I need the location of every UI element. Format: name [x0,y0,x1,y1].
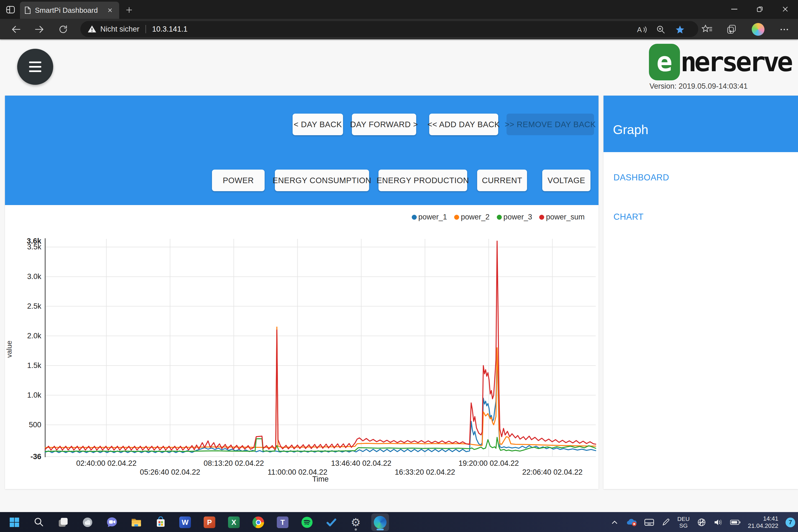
new-tab-button[interactable] [124,5,135,15]
svg-text:19:20:00 02.04.22: 19:20:00 02.04.22 [459,459,519,468]
file-explorer-button[interactable] [128,513,145,531]
todo-button[interactable] [323,513,340,531]
ellipsis-icon [781,29,788,30]
task-view-button[interactable] [54,513,72,531]
hamburger-icon [29,61,41,63]
edge-button[interactable] [371,513,389,531]
touch-keyboard-icon[interactable] [644,518,654,527]
file-explorer-icon [131,516,142,528]
address-divider [146,25,146,33]
current-button[interactable]: CURRENT [477,170,527,191]
widgets-icon [82,516,93,528]
enerserve-logo: e nerserve [649,44,791,80]
browser-tab[interactable]: SmartPi Dashboard [20,2,119,19]
word-button[interactable]: W [176,513,194,531]
onedrive-error-icon[interactable] [625,518,637,527]
taskbar-items: W P X T ⚙ [5,512,396,532]
tray-chevron-icon[interactable] [611,519,618,525]
tab-close-icon[interactable] [105,5,115,15]
power-chart[interactable]: 3.6k3.5k3.0k2.5k2.0k1.5k1.0k500-3602:40:… [5,205,598,489]
notification-badge[interactable]: 7 [785,518,795,527]
microsoft-store-button[interactable] [152,513,170,531]
svg-text:value: value [5,341,13,358]
keyboard-language[interactable]: DEU SG [678,516,690,529]
legend-item-power-2[interactable]: power_2 [454,213,490,222]
legend-item-power-3[interactable]: power_3 [497,213,532,222]
search-button[interactable] [30,513,48,531]
svg-text:2.0k: 2.0k [27,332,41,340]
excel-button[interactable]: X [225,513,243,531]
chat-button[interactable] [103,513,121,531]
tab-workspaces-button[interactable] [4,4,17,15]
menu-button[interactable] [17,49,53,85]
powerpoint-button[interactable]: P [201,513,218,531]
day-back-button[interactable]: < DAY BACK [292,114,343,135]
spotify-icon [301,516,313,528]
collections-icon[interactable] [725,23,738,36]
workspaces-icon [6,6,15,14]
zoom-icon[interactable] [655,25,667,34]
power-button[interactable]: POWER [212,170,265,191]
excel-icon: X [228,516,240,528]
browser-toolbar: Nicht sicher 10.3.141.1 A [0,19,798,39]
profile-avatar[interactable] [752,23,765,36]
energy-production-button[interactable]: ENERGY PRODUCTION [379,170,467,191]
teams-button[interactable]: T [274,513,291,531]
chart-card: power_1 power_2 power_3 power_sum 3.6k3.… [5,205,598,489]
widgets-button[interactable] [79,513,96,531]
volume-icon[interactable] [714,518,723,527]
clock[interactable]: 14:41 21.04.2022 [748,515,778,530]
sidebar-header: Graph [604,96,798,152]
chart-legend: power_1 power_2 power_3 power_sum [412,213,585,222]
legend-label: power_3 [504,213,532,222]
sidebar: Graph DASHBOARD CHART [604,96,798,489]
back-button[interactable] [11,24,22,35]
favorite-star-icon[interactable] [674,25,686,34]
restore-button[interactable] [747,0,773,18]
svg-text:13:46:40 02.04.22: 13:46:40 02.04.22 [331,459,392,468]
running-indicator [355,528,357,531]
spotify-button[interactable] [298,513,316,531]
browser-titlebar: SmartPi Dashboard [0,0,798,19]
settings-menu-icon[interactable] [778,23,791,36]
battery-icon[interactable] [730,519,741,525]
address-bar[interactable]: Nicht sicher 10.3.141.1 [80,21,698,37]
store-icon [155,516,166,528]
chat-icon [106,516,118,528]
day-forward-button[interactable]: DAY FORWARD > [352,114,416,135]
svg-text:1.5k: 1.5k [27,361,41,369]
word-icon: W [179,516,191,528]
sidebar-link-chart[interactable]: CHART [613,212,644,222]
close-window-button[interactable] [773,0,798,18]
teams-icon: T [277,516,288,528]
legend-item-power-sum[interactable]: power_sum [539,213,585,222]
logo-mark: e [649,44,680,80]
svg-text:1.0k: 1.0k [27,391,41,399]
start-button[interactable] [5,513,23,531]
settings-button[interactable]: ⚙ [347,513,365,531]
voltage-button[interactable]: VOLTAGE [542,170,590,191]
read-aloud-icon[interactable]: A [636,25,648,34]
security-warning-icon[interactable] [88,25,96,33]
refresh-button[interactable] [58,24,69,35]
address-url: 10.3.141.1 [152,25,188,34]
legend-dot [454,215,459,220]
favorites-bar-icon[interactable] [701,23,714,36]
system-tray: DEU SG 14:41 21.04.2022 7 [611,512,795,532]
remove-day-back-button[interactable]: >> REMOVE DAY BACK [507,114,594,135]
minimize-button[interactable] [722,0,747,18]
sidebar-title: Graph [613,122,798,137]
energy-consumption-button[interactable]: ENERGY CONSUMPTION [275,170,369,191]
language-line1: DEU [678,516,690,522]
no-internet-icon[interactable] [697,518,706,527]
forward-button[interactable] [34,24,45,35]
legend-label: power_1 [418,213,447,222]
pen-icon[interactable] [661,518,670,527]
chrome-button[interactable] [249,513,267,531]
legend-label: power_2 [461,213,490,222]
taskbar: W P X T ⚙ [0,512,798,532]
clock-date: 21.04.2022 [748,522,778,530]
legend-item-power-1[interactable]: power_1 [412,213,447,222]
add-day-back-button[interactable]: << ADD DAY BACK [429,114,498,135]
sidebar-link-dashboard[interactable]: DASHBOARD [613,173,669,183]
